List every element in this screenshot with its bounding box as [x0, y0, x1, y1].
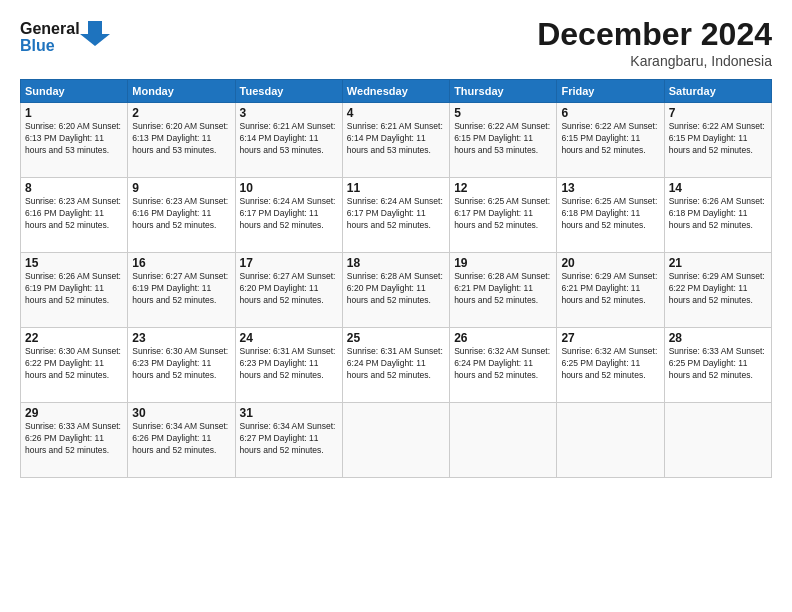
empty-cell	[450, 403, 557, 478]
col-tuesday: Tuesday	[235, 80, 342, 103]
col-thursday: Thursday	[450, 80, 557, 103]
col-friday: Friday	[557, 80, 664, 103]
week-row-5: 29Sunrise: 6:33 AM Sunset: 6:26 PM Dayli…	[21, 403, 772, 478]
week-row-2: 8Sunrise: 6:23 AM Sunset: 6:16 PM Daylig…	[21, 178, 772, 253]
day-cell-6: 6Sunrise: 6:22 AM Sunset: 6:15 PM Daylig…	[557, 103, 664, 178]
day-info: Sunrise: 6:26 AM Sunset: 6:18 PM Dayligh…	[669, 196, 767, 232]
day-cell-20: 20Sunrise: 6:29 AM Sunset: 6:21 PM Dayli…	[557, 253, 664, 328]
day-cell-30: 30Sunrise: 6:34 AM Sunset: 6:26 PM Dayli…	[128, 403, 235, 478]
day-cell-5: 5Sunrise: 6:22 AM Sunset: 6:15 PM Daylig…	[450, 103, 557, 178]
day-number: 9	[132, 181, 230, 195]
day-number: 14	[669, 181, 767, 195]
empty-cell	[664, 403, 771, 478]
day-info: Sunrise: 6:25 AM Sunset: 6:17 PM Dayligh…	[454, 196, 552, 232]
day-cell-9: 9Sunrise: 6:23 AM Sunset: 6:16 PM Daylig…	[128, 178, 235, 253]
day-info: Sunrise: 6:25 AM Sunset: 6:18 PM Dayligh…	[561, 196, 659, 232]
title-area: December 2024 Karangbaru, Indonesia	[537, 16, 772, 69]
calendar-table: Sunday Monday Tuesday Wednesday Thursday…	[20, 79, 772, 478]
day-cell-10: 10Sunrise: 6:24 AM Sunset: 6:17 PM Dayli…	[235, 178, 342, 253]
day-number: 28	[669, 331, 767, 345]
svg-text:General: General	[20, 20, 80, 37]
day-number: 29	[25, 406, 123, 420]
col-monday: Monday	[128, 80, 235, 103]
day-number: 7	[669, 106, 767, 120]
day-number: 4	[347, 106, 445, 120]
month-title: December 2024	[537, 16, 772, 53]
day-info: Sunrise: 6:21 AM Sunset: 6:14 PM Dayligh…	[240, 121, 338, 157]
day-cell-15: 15Sunrise: 6:26 AM Sunset: 6:19 PM Dayli…	[21, 253, 128, 328]
day-number: 30	[132, 406, 230, 420]
day-info: Sunrise: 6:29 AM Sunset: 6:21 PM Dayligh…	[561, 271, 659, 307]
day-number: 8	[25, 181, 123, 195]
day-info: Sunrise: 6:22 AM Sunset: 6:15 PM Dayligh…	[561, 121, 659, 157]
logo-text: General Blue	[20, 16, 110, 62]
week-row-4: 22Sunrise: 6:30 AM Sunset: 6:22 PM Dayli…	[21, 328, 772, 403]
day-number: 23	[132, 331, 230, 345]
day-info: Sunrise: 6:28 AM Sunset: 6:20 PM Dayligh…	[347, 271, 445, 307]
day-cell-3: 3Sunrise: 6:21 AM Sunset: 6:14 PM Daylig…	[235, 103, 342, 178]
day-cell-22: 22Sunrise: 6:30 AM Sunset: 6:22 PM Dayli…	[21, 328, 128, 403]
day-number: 1	[25, 106, 123, 120]
day-number: 19	[454, 256, 552, 270]
day-info: Sunrise: 6:34 AM Sunset: 6:27 PM Dayligh…	[240, 421, 338, 457]
day-cell-4: 4Sunrise: 6:21 AM Sunset: 6:14 PM Daylig…	[342, 103, 449, 178]
day-info: Sunrise: 6:22 AM Sunset: 6:15 PM Dayligh…	[454, 121, 552, 157]
header: General Blue December 2024 Karangbaru, I…	[20, 16, 772, 69]
day-cell-31: 31Sunrise: 6:34 AM Sunset: 6:27 PM Dayli…	[235, 403, 342, 478]
day-info: Sunrise: 6:33 AM Sunset: 6:26 PM Dayligh…	[25, 421, 123, 457]
col-sunday: Sunday	[21, 80, 128, 103]
day-number: 12	[454, 181, 552, 195]
empty-cell	[557, 403, 664, 478]
day-info: Sunrise: 6:30 AM Sunset: 6:22 PM Dayligh…	[25, 346, 123, 382]
day-info: Sunrise: 6:23 AM Sunset: 6:16 PM Dayligh…	[25, 196, 123, 232]
day-number: 11	[347, 181, 445, 195]
day-number: 20	[561, 256, 659, 270]
day-cell-24: 24Sunrise: 6:31 AM Sunset: 6:23 PM Dayli…	[235, 328, 342, 403]
day-cell-16: 16Sunrise: 6:27 AM Sunset: 6:19 PM Dayli…	[128, 253, 235, 328]
day-number: 18	[347, 256, 445, 270]
day-info: Sunrise: 6:24 AM Sunset: 6:17 PM Dayligh…	[347, 196, 445, 232]
location: Karangbaru, Indonesia	[537, 53, 772, 69]
day-number: 3	[240, 106, 338, 120]
day-number: 31	[240, 406, 338, 420]
col-saturday: Saturday	[664, 80, 771, 103]
day-info: Sunrise: 6:32 AM Sunset: 6:24 PM Dayligh…	[454, 346, 552, 382]
day-number: 2	[132, 106, 230, 120]
day-cell-1: 1Sunrise: 6:20 AM Sunset: 6:13 PM Daylig…	[21, 103, 128, 178]
day-info: Sunrise: 6:20 AM Sunset: 6:13 PM Dayligh…	[25, 121, 123, 157]
logo: General Blue	[20, 16, 110, 62]
day-info: Sunrise: 6:32 AM Sunset: 6:25 PM Dayligh…	[561, 346, 659, 382]
day-cell-17: 17Sunrise: 6:27 AM Sunset: 6:20 PM Dayli…	[235, 253, 342, 328]
day-number: 5	[454, 106, 552, 120]
day-cell-26: 26Sunrise: 6:32 AM Sunset: 6:24 PM Dayli…	[450, 328, 557, 403]
day-cell-13: 13Sunrise: 6:25 AM Sunset: 6:18 PM Dayli…	[557, 178, 664, 253]
day-info: Sunrise: 6:31 AM Sunset: 6:24 PM Dayligh…	[347, 346, 445, 382]
day-number: 17	[240, 256, 338, 270]
day-cell-28: 28Sunrise: 6:33 AM Sunset: 6:25 PM Dayli…	[664, 328, 771, 403]
day-info: Sunrise: 6:30 AM Sunset: 6:23 PM Dayligh…	[132, 346, 230, 382]
day-cell-25: 25Sunrise: 6:31 AM Sunset: 6:24 PM Dayli…	[342, 328, 449, 403]
day-info: Sunrise: 6:33 AM Sunset: 6:25 PM Dayligh…	[669, 346, 767, 382]
day-info: Sunrise: 6:27 AM Sunset: 6:20 PM Dayligh…	[240, 271, 338, 307]
day-info: Sunrise: 6:22 AM Sunset: 6:15 PM Dayligh…	[669, 121, 767, 157]
day-number: 26	[454, 331, 552, 345]
day-info: Sunrise: 6:29 AM Sunset: 6:22 PM Dayligh…	[669, 271, 767, 307]
day-number: 15	[25, 256, 123, 270]
day-info: Sunrise: 6:34 AM Sunset: 6:26 PM Dayligh…	[132, 421, 230, 457]
day-cell-14: 14Sunrise: 6:26 AM Sunset: 6:18 PM Dayli…	[664, 178, 771, 253]
day-cell-8: 8Sunrise: 6:23 AM Sunset: 6:16 PM Daylig…	[21, 178, 128, 253]
col-wednesday: Wednesday	[342, 80, 449, 103]
day-number: 22	[25, 331, 123, 345]
day-cell-12: 12Sunrise: 6:25 AM Sunset: 6:17 PM Dayli…	[450, 178, 557, 253]
day-cell-29: 29Sunrise: 6:33 AM Sunset: 6:26 PM Dayli…	[21, 403, 128, 478]
day-info: Sunrise: 6:26 AM Sunset: 6:19 PM Dayligh…	[25, 271, 123, 307]
day-number: 10	[240, 181, 338, 195]
empty-cell	[342, 403, 449, 478]
svg-text:Blue: Blue	[20, 37, 55, 54]
svg-marker-2	[80, 21, 110, 46]
day-info: Sunrise: 6:28 AM Sunset: 6:21 PM Dayligh…	[454, 271, 552, 307]
day-info: Sunrise: 6:27 AM Sunset: 6:19 PM Dayligh…	[132, 271, 230, 307]
header-row: Sunday Monday Tuesday Wednesday Thursday…	[21, 80, 772, 103]
day-cell-23: 23Sunrise: 6:30 AM Sunset: 6:23 PM Dayli…	[128, 328, 235, 403]
day-cell-19: 19Sunrise: 6:28 AM Sunset: 6:21 PM Dayli…	[450, 253, 557, 328]
